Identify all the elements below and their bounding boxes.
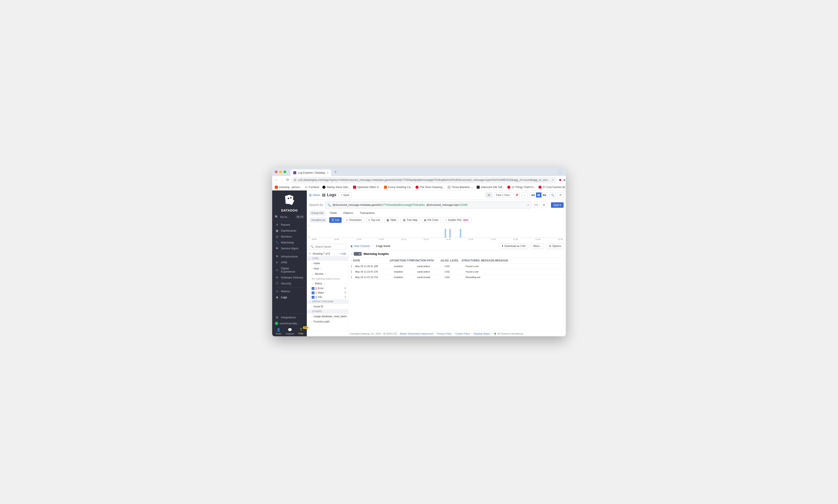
support-button[interactable]: 💬Support [286,328,294,335]
col-message[interactable]: STRUCTURED_MESSAGE.MESSAGE [462,259,563,262]
checkbox-checked-icon[interactable]: ✓ [312,296,314,299]
back-button[interactable]: ← [275,178,278,182]
col-date[interactable]: ↓ DATE [351,259,386,262]
chevron-down-icon[interactable]: ⌄ [521,192,528,198]
search-input[interactable]: 🔍 @structured_message.metadata.gameId:jh… [325,201,531,209]
facet-section-others[interactable]: ⌄OTHERS [307,309,348,314]
tabs-dropdown-button[interactable]: ⌄ [558,169,563,174]
facet-section-error-tracking[interactable]: ⌄ERROR TRACKING [307,299,348,304]
vis-table[interactable]: ▦Table [384,217,399,223]
views-button[interactable]: ▥Views [309,193,320,197]
timeline-chart[interactable]: 1 0 [312,225,563,238]
minimize-window-icon[interactable] [279,170,282,173]
maximize-window-icon[interactable] [284,170,286,173]
pin-icon[interactable]: 📌 [514,192,520,198]
browser-tab[interactable]: Log Explorer | Datadog × [291,169,331,176]
refresh-icon[interactable]: ⟳ [558,192,564,198]
vis-timeseries[interactable]: ∿Timeseries [343,217,364,223]
footer-link-status[interactable]: Datadog Status → [473,332,493,335]
tab-patterns[interactable]: Patterns [341,210,356,216]
footer-link-privacy[interactable]: Privacy Policy [437,332,452,335]
col-log-level[interactable]: @LOG_LEVEL [441,259,458,262]
new-tab-button[interactable]: + [333,169,338,175]
more-button[interactable]: More... [531,244,544,249]
log-row[interactable]: May 29 11:26:31.188 mutation cards:selec… [348,264,566,269]
vis-treemap[interactable]: ▧Tree Map [400,217,420,223]
sidebar-item-security[interactable]: 🛡Security [272,281,307,286]
hide-controls-button[interactable]: ◧Hide Controls [350,245,370,248]
save-button[interactable]: +Save [338,193,352,198]
bookmark-item[interactable]: investing - person... [275,186,302,189]
chart-bar[interactable] [460,229,461,237]
bookmark-item[interactable]: The Shoe Cleaning... [415,186,444,189]
facet-search[interactable]: 🔍 [309,244,346,250]
forward-button[interactable]: → [280,178,284,182]
bookmark-item[interactable]: 37 Cool Fashion Br... [538,186,566,189]
sidebar-item-logs[interactable]: ≣Logs [272,294,307,300]
col-function-path[interactable]: FUNCTION PATH [413,259,437,262]
bookmark-star-icon[interactable]: ☆ [551,178,554,181]
sidebar-item-service-mgmt[interactable]: ⚑Service Mgmt [272,246,307,251]
help-button[interactable]: NEW?Help [298,328,304,335]
bookmark-item[interactable]: Throw Blankets -... [447,186,474,189]
download-csv-button[interactable]: ⬇Download as CSV [499,244,528,249]
rewind-button[interactable]: ◀◀ [529,193,536,197]
sidebar-item-apm[interactable]: ≡APM [272,259,307,265]
facet-status[interactable]: ⌄Status ✓ [307,281,348,286]
sidebar-item-recent[interactable]: ↺Recent [272,222,307,228]
facet-host[interactable]: ›Host ✓ [307,266,348,271]
url-bar[interactable]: ⊟ us5.datadoghq.com/logs?query=%40struct… [291,177,557,183]
footer-link-msa[interactable]: Master Subscription Agreement [400,332,433,335]
invite-button[interactable]: 👤Invite [276,328,281,335]
clear-search-icon[interactable]: × [527,203,529,207]
forward-step-button[interactable]: ▶▶ [542,193,548,197]
vis-scatter[interactable]: ∴Scatter PlotNEW [443,217,472,223]
site-info-icon[interactable]: ⊟ [294,178,296,181]
checkbox-checked-icon[interactable]: ✓ [312,287,314,290]
zoom-icon[interactable]: 🔍 [550,192,556,198]
extension-icon[interactable]: ◐ [563,178,566,182]
goto-search[interactable]: 🔍 Go to... ⌘ + K [272,214,307,220]
log-row[interactable]: May 29 11:22:47.276 mutation cards:selec… [348,269,566,274]
time-preset-1h[interactable]: 1h [485,193,492,198]
close-tab-icon[interactable]: × [327,171,328,175]
vis-toplist[interactable]: ≡Top List [366,217,382,223]
tab-transactions[interactable]: Transactions [357,210,377,216]
copy-icon[interactable]: ⧉ [541,202,547,208]
log-row[interactable]: May 29 11:21:15.732 mutation cards:revea… [348,274,566,280]
status-info[interactable]: ✓Info3 [307,295,348,299]
options-button[interactable]: ⚙Options [547,244,564,249]
bookmark-item[interactable]: Startup Stock Opti... [322,186,350,189]
facet-issue-id[interactable]: ›Issue ID [307,304,348,309]
chart-bar[interactable] [445,229,446,237]
close-window-icon[interactable] [275,170,277,173]
pause-button[interactable]: ▮▮ [536,193,542,197]
tab-fields[interactable]: Fields [327,210,339,216]
watchdog-insights-row[interactable]: › 🐾0 Watchdog Insights [348,250,566,258]
facet-service[interactable]: ⌄Service ✓ [307,271,348,276]
reload-button[interactable]: ⟳ [286,178,289,182]
chart-bar[interactable] [449,229,451,237]
sidebar-item-monitors[interactable]: ◎Monitors [272,234,307,239]
search-chip[interactable]: @structured_message.topic:GAME [426,203,468,206]
col-function-type[interactable]: @FUNCTION.TYPE [390,259,409,262]
sidebar-item-watchdog[interactable]: 🐾Watchdog [272,239,307,246]
user-account[interactable]: s sarahshader@g... [272,320,307,326]
status-error[interactable]: ✓Error0 [307,286,348,290]
add-button[interactable]: Add▾ [551,202,564,208]
extension-icon[interactable]: ⬢ [559,178,561,182]
sidebar-item-integrations[interactable]: ⊞Integrations [272,314,307,320]
footer-link-cookie[interactable]: Cookie Policy [456,332,470,335]
sidebar-item-software-delivery[interactable]: ⟳Software Delivery [272,274,307,281]
facet-function-path[interactable]: ›Function path [307,319,348,324]
bookmark-item[interactable]: 12 Things That'll H... [507,186,535,189]
status-warn[interactable]: ✓Warn0 [307,290,348,295]
bookmark-folder[interactable]: 🗀Furniture [305,186,319,189]
bookmark-item[interactable]: Funny Greeting Ca... [384,186,412,189]
facet-db-read-bytes[interactable]: ›usage.database_read_bytes [307,314,348,319]
vis-piechart[interactable]: ◐Pie Chart [422,217,441,223]
sidebar-item-metrics[interactable]: ∿Metrics [272,288,307,294]
datadog-logo-icon[interactable] [272,191,307,209]
vis-list[interactable]: ☰List [329,217,342,223]
facet-section-core[interactable]: ⌄CORE [307,256,348,261]
